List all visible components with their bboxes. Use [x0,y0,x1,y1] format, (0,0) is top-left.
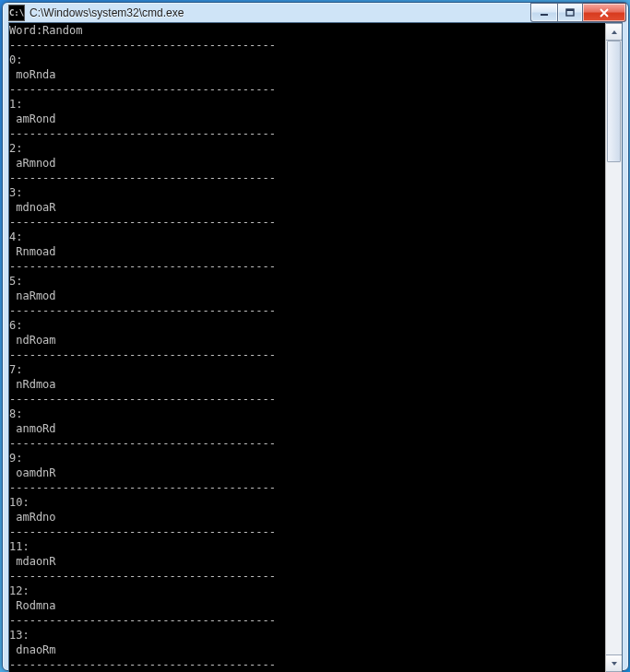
svg-rect-2 [566,9,574,11]
chevron-down-icon [611,660,618,667]
console-output: Word:Random ----------------------------… [9,23,605,672]
maximize-icon [565,8,575,18]
svg-rect-0 [541,14,548,16]
window-buttons [530,3,626,22]
window-title: C:\Windows\system32\cmd.exe [30,6,530,19]
app-window: C:\ C:\Windows\system32\cmd.exe Word:Ran… [2,2,629,671]
close-icon [599,8,610,18]
minimize-icon [540,8,549,18]
scrollbar-track[interactable] [606,41,622,654]
vertical-scrollbar[interactable] [605,23,622,672]
cmd-icon: C:\ [8,5,25,21]
minimize-button[interactable] [530,3,557,22]
chevron-up-icon [611,29,618,36]
close-button[interactable] [583,3,626,22]
scroll-down-button[interactable] [606,654,622,672]
scroll-up-button[interactable] [606,23,622,41]
maximize-button[interactable] [557,3,583,22]
title-bar[interactable]: C:\ C:\Windows\system32\cmd.exe [3,3,628,22]
scrollbar-thumb[interactable] [607,41,621,162]
client-area: Word:Random ----------------------------… [8,22,623,672]
